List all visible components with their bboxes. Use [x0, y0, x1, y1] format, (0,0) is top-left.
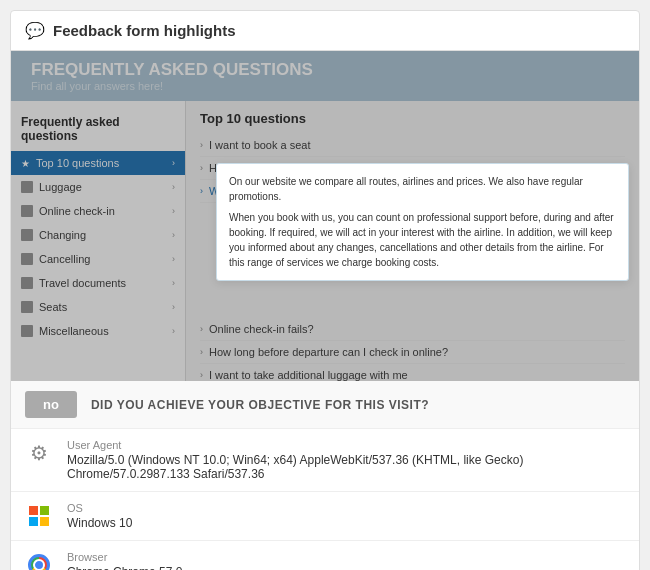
luggage-icon	[21, 181, 33, 193]
info-row-browser: Browser Chrome Chrome.57.0	[11, 541, 639, 570]
no-button[interactable]: no	[25, 391, 77, 418]
chat-icon: 💬	[25, 21, 45, 40]
win-block-1	[29, 506, 38, 515]
sidebar-item-luggage[interactable]: Luggage ›	[11, 175, 185, 199]
sidebar-item-label: Online check-in	[39, 205, 115, 217]
feedback-form-card: 💬 Feedback form highlights Frequently As…	[10, 10, 640, 570]
chevron-icon: ›	[172, 158, 175, 168]
seats-icon	[21, 301, 33, 313]
arrow-icon: ›	[200, 324, 203, 334]
faq-background: Frequently Asked Questions Find all your…	[11, 51, 639, 381]
sidebar-item-label: Cancelling	[39, 253, 90, 265]
sidebar-item-label: Top 10 questions	[36, 157, 119, 169]
faq-banner: Frequently Asked Questions Find all your…	[11, 51, 639, 101]
chevron-icon: ›	[172, 206, 175, 216]
question-text: I want to book a seat	[209, 139, 311, 151]
content-title: Top 10 questions	[200, 111, 625, 126]
banner-sub: Find all your answers here!	[31, 80, 619, 92]
objective-question: DID YOU ACHIEVE YOUR OBJECTIVE FOR THIS …	[91, 398, 429, 412]
faq-body: Frequently asked questions ★ Top 10 ques…	[11, 101, 639, 381]
os-label: OS	[67, 502, 132, 514]
arrow-icon: ›	[200, 186, 203, 196]
question-text: Online check-in fails?	[209, 323, 314, 335]
gear-icon-wrap: ⚙	[25, 439, 53, 467]
travel-docs-icon	[21, 277, 33, 289]
sidebar-item-cancelling[interactable]: Cancelling ›	[11, 247, 185, 271]
win-block-2	[40, 506, 49, 515]
objective-row: no DID YOU ACHIEVE YOUR OBJECTIVE FOR TH…	[11, 381, 639, 429]
tooltip-p1: On our website we compare all routes, ai…	[229, 174, 616, 204]
browser-value: Chrome Chrome.57.0	[67, 565, 182, 570]
bottom-panel: no DID YOU ACHIEVE YOUR OBJECTIVE FOR TH…	[11, 381, 639, 570]
browser-block: Browser Chrome Chrome.57.0	[67, 551, 182, 570]
chevron-icon: ›	[172, 326, 175, 336]
sidebar-item-label: Luggage	[39, 181, 82, 193]
changing-icon	[21, 229, 33, 241]
banner-title: Frequently Asked Questions	[31, 60, 619, 80]
chevron-icon: ›	[172, 254, 175, 264]
sidebar-item-checkin[interactable]: Online check-in ›	[11, 199, 185, 223]
question-item: › I want to book a seat	[200, 134, 625, 157]
info-row-useragent: ⚙ User Agent Mozilla/5.0 (Windows NT 10.…	[11, 429, 639, 492]
tooltip-p2: When you book with us, you can count on …	[229, 210, 616, 270]
chrome-icon-wrap	[25, 551, 53, 570]
faq-content: Top 10 questions › I want to book a seat…	[186, 101, 639, 381]
sidebar-item-top10[interactable]: ★ Top 10 questions ›	[11, 151, 185, 175]
gear-icon: ⚙	[30, 441, 48, 465]
question-item: › How long before departure can I check …	[200, 341, 625, 364]
windows-icon	[29, 506, 49, 526]
question-item: › Online check-in fails?	[200, 318, 625, 341]
checkin-icon	[21, 205, 33, 217]
question-item: › I want to take additional luggage with…	[200, 364, 625, 381]
star-icon: ★	[21, 158, 30, 169]
os-value: Windows 10	[67, 516, 132, 530]
question-text: I want to take additional luggage with m…	[209, 369, 408, 381]
sidebar-item-seats[interactable]: Seats ›	[11, 295, 185, 319]
arrow-icon: ›	[200, 140, 203, 150]
sidebar-title: Frequently asked questions	[11, 111, 185, 151]
sidebar-item-label: Seats	[39, 301, 67, 313]
screenshot-area: Frequently Asked Questions Find all your…	[11, 51, 639, 381]
chevron-icon: ›	[172, 230, 175, 240]
info-row-os: OS Windows 10	[11, 492, 639, 541]
faq-tooltip: On our website we compare all routes, ai…	[216, 163, 629, 281]
cancelling-icon	[21, 253, 33, 265]
sidebar-item-label: Miscellaneous	[39, 325, 109, 337]
chevron-icon: ›	[172, 278, 175, 288]
sidebar-item-label: Travel documents	[39, 277, 126, 289]
os-block: OS Windows 10	[67, 502, 132, 530]
arrow-icon: ›	[200, 370, 203, 380]
chevron-icon: ›	[172, 182, 175, 192]
sidebar-item-misc[interactable]: Miscellaneous ›	[11, 319, 185, 343]
arrow-icon: ›	[200, 163, 203, 173]
question-text: How long before departure can I check in…	[209, 346, 448, 358]
sidebar-item-label: Changing	[39, 229, 86, 241]
windows-icon-wrap	[25, 502, 53, 530]
win-block-3	[29, 517, 38, 526]
win-block-4	[40, 517, 49, 526]
useragent-label: User Agent	[67, 439, 625, 451]
browser-label: Browser	[67, 551, 182, 563]
useragent-value: Mozilla/5.0 (Windows NT 10.0; Win64; x64…	[67, 453, 625, 481]
misc-icon	[21, 325, 33, 337]
arrow-icon: ›	[200, 347, 203, 357]
chrome-icon	[28, 554, 50, 570]
sidebar-item-changing[interactable]: Changing ›	[11, 223, 185, 247]
card-header: 💬 Feedback form highlights	[11, 11, 639, 51]
faq-sidebar: Frequently asked questions ★ Top 10 ques…	[11, 101, 186, 381]
sidebar-item-travel-docs[interactable]: Travel documents ›	[11, 271, 185, 295]
header-title: Feedback form highlights	[53, 22, 236, 39]
chevron-icon: ›	[172, 302, 175, 312]
useragent-block: User Agent Mozilla/5.0 (Windows NT 10.0;…	[67, 439, 625, 481]
